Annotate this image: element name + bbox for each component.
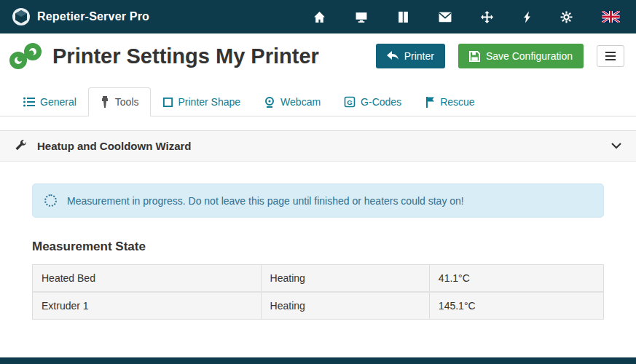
tab-rescue[interactable]: Rescue (413, 87, 486, 116)
title-row: Printer Settings My Printer Printer Save… (0, 33, 636, 77)
device-cell: Heated Bed (33, 265, 262, 293)
panel-header[interactable]: Heatup and Cooldown Wizard (0, 130, 636, 162)
top-header: Repetier-Server Pro (0, 0, 636, 33)
back-arrow-icon (387, 51, 399, 61)
measurement-progress-alert: Measurement in progress. Do not leave th… (32, 183, 604, 218)
alert-text: Measurement in progress. Do not leave th… (67, 195, 464, 207)
device-cell: Extruder 1 (33, 292, 262, 320)
printer-icon[interactable] (355, 11, 368, 23)
table-row: Extruder 1 Heating 145.1°C (33, 292, 604, 320)
tab-gcodes[interactable]: G G-Codes (332, 87, 413, 116)
brand[interactable]: Repetier-Server Pro (12, 7, 149, 26)
mail-icon[interactable] (439, 11, 452, 23)
chevron-down-icon[interactable] (611, 143, 621, 149)
temperature-cell: 145.1°C (429, 292, 603, 320)
state-cell: Heating (261, 292, 429, 320)
spinner-icon (44, 194, 57, 207)
tab-printer-shape[interactable]: Printer Shape (151, 87, 253, 116)
gcode-icon: G (344, 96, 356, 108)
expand-icon[interactable] (481, 11, 493, 23)
table-row: Heated Bed Heating 41.1°C (33, 265, 604, 293)
temperature-cell: 41.1°C (429, 265, 603, 293)
measurement-state-table: Heated Bed Heating 41.1°C Extruder 1 Hea… (32, 264, 604, 320)
square-outline-icon (162, 97, 173, 108)
measurement-state-heading: Measurement State (32, 240, 604, 254)
webcam-icon (264, 96, 275, 108)
footer-bar (0, 357, 636, 364)
tab-tools[interactable]: Tools (88, 87, 151, 116)
gear-icon[interactable] (560, 11, 573, 23)
tab-general[interactable]: General (12, 87, 88, 116)
state-cell: Heating (261, 265, 429, 293)
connection-link-icon (9, 41, 42, 71)
book-icon[interactable] (397, 11, 409, 23)
panel-body: Measurement in progress. Do not leave th… (0, 162, 636, 349)
save-configuration-button[interactable]: Save Configuration (458, 44, 584, 68)
settings-tabs: General Tools Printer Shape Webcam G G-C… (0, 77, 636, 116)
hamburger-icon (605, 51, 616, 61)
rescue-flag-icon (425, 96, 435, 108)
svg-text:G: G (347, 98, 352, 106)
language-uk-flag-icon[interactable] (602, 11, 620, 23)
top-nav (313, 11, 624, 23)
brand-name: Repetier-Server Pro (37, 10, 149, 23)
heatup-wizard-panel: Heatup and Cooldown Wizard Measurement i… (0, 130, 636, 349)
panel-title: Heatup and Cooldown Wizard (37, 140, 192, 152)
page-title: Printer Settings My Printer (52, 44, 319, 68)
title-actions: Printer Save Configuration (376, 44, 624, 68)
repetier-logo-icon (12, 7, 31, 26)
printer-button[interactable]: Printer (376, 44, 445, 68)
home-icon[interactable] (313, 11, 326, 23)
menu-button[interactable] (597, 45, 624, 67)
list-icon (23, 96, 35, 108)
tool-icon (100, 96, 110, 108)
save-icon (469, 51, 480, 62)
tab-webcam[interactable]: Webcam (252, 87, 332, 116)
bolt-icon[interactable] (522, 11, 531, 23)
wrench-icon (15, 140, 27, 152)
